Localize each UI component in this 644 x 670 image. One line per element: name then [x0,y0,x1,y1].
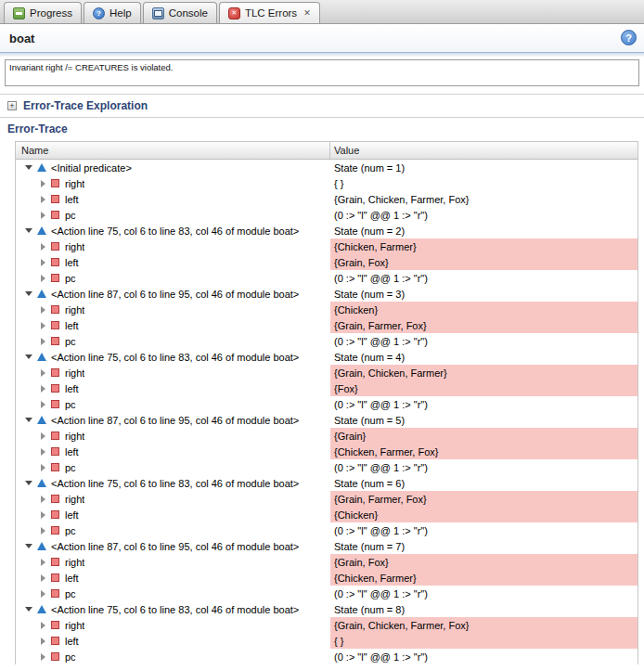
tab-progress[interactable]: Progress [4,2,82,23]
row-value: {Fox} [330,380,638,396]
expand-arrow-icon[interactable] [41,196,45,203]
expand-arrow-icon[interactable] [41,653,45,661]
name-cell: left [16,317,330,333]
collapse-arrow-icon[interactable] [25,165,32,170]
variable-icon [51,621,59,629]
expand-arrow-icon[interactable] [41,322,45,329]
variable-row[interactable]: right{Grain, Chicken, Farmer} [16,365,638,380]
row-name: right [65,367,84,379]
expand-arrow-icon[interactable] [41,559,45,566]
variable-row[interactable]: right{Grain, Fox} [16,554,638,570]
variable-row[interactable]: right{Grain, Farmer, Fox} [16,491,638,507]
name-cell: <Action line 75, col 6 to line 83, col 4… [16,475,330,491]
state-row[interactable]: <Action line 87, col 6 to line 95, col 4… [16,286,638,302]
expand-arrow-icon[interactable] [41,638,45,645]
collapse-arrow-icon[interactable] [25,354,32,359]
expand-arrow-icon[interactable] [41,464,45,471]
expand-arrow-icon[interactable] [41,212,45,219]
row-name: pc [65,399,76,410]
tab-tlc-errors[interactable]: TLC Errors✕ [219,2,320,23]
expand-arrow-icon[interactable] [41,432,45,440]
row-name: left [65,320,79,331]
row-value: State (num = 7) [330,538,638,554]
variable-row[interactable]: left{ } [16,633,638,649]
table-body: <Initial predicate>State (num = 1)right{… [16,160,638,664]
variable-row[interactable]: right{Chicken} [16,302,638,317]
variable-icon [51,368,59,377]
expand-arrow-icon[interactable] [41,369,45,377]
variable-row[interactable]: pc(0 :> "l" @@ 1 :> "r") [16,649,638,664]
state-row[interactable]: <Action line 87, col 6 to line 95, col 4… [16,412,638,428]
expand-arrow-icon[interactable] [41,511,45,519]
expand-toggle-icon[interactable]: + [7,101,17,110]
variable-row[interactable]: left{Chicken, Farmer, Fox} [16,444,638,459]
expand-arrow-icon[interactable] [41,180,45,187]
state-icon [37,353,46,361]
variable-row[interactable]: left{Fox} [16,380,638,396]
collapse-arrow-icon[interactable] [25,228,32,233]
expand-arrow-icon[interactable] [41,385,45,393]
page-title: boat [9,32,34,45]
variable-icon [51,589,59,598]
state-row[interactable]: <Action line 87, col 6 to line 95, col 4… [16,538,638,554]
row-name: <Action line 75, col 6 to line 83, col 4… [51,225,299,237]
variable-row[interactable]: pc(0 :> "l" @@ 1 :> "r") [16,270,638,286]
row-value: {Grain, Chicken, Farmer, Fox} [330,191,638,207]
expand-arrow-icon[interactable] [41,622,45,629]
tab-console[interactable]: Console [143,2,217,23]
tab-help[interactable]: Help [84,2,141,23]
expand-arrow-icon[interactable] [41,243,45,251]
collapse-arrow-icon[interactable] [25,481,32,485]
expand-arrow-icon[interactable] [41,275,45,282]
row-name: pc [65,462,76,473]
variable-row[interactable]: pc(0 :> "l" @@ 1 :> "r") [16,333,638,349]
variable-row[interactable]: left{Grain, Chicken, Farmer, Fox} [16,191,638,207]
column-header-value[interactable]: Value [330,142,638,159]
help-icon[interactable]: ? [621,30,637,45]
name-cell: right [16,554,330,570]
state-row[interactable]: <Initial predicate>State (num = 1) [16,160,638,175]
state-row[interactable]: <Action line 75, col 6 to line 83, col 4… [16,601,638,617]
collapse-arrow-icon[interactable] [25,607,32,612]
expand-arrow-icon[interactable] [41,259,45,266]
name-cell: left [16,444,330,459]
variable-row[interactable]: pc(0 :> "l" @@ 1 :> "r") [16,459,638,475]
expand-arrow-icon[interactable] [41,306,45,314]
expand-arrow-icon[interactable] [41,448,45,456]
row-value: (0 :> "l" @@ 1 :> "r") [330,396,638,412]
collapse-arrow-icon[interactable] [25,418,32,422]
variable-row[interactable]: right{Grain, Chicken, Farmer, Fox} [16,617,638,633]
state-row[interactable]: <Action line 75, col 6 to line 83, col 4… [16,349,638,365]
variable-row[interactable]: left{Grain, Farmer, Fox} [16,317,638,333]
close-icon[interactable]: ✕ [303,9,311,18]
state-row[interactable]: <Action line 75, col 6 to line 83, col 4… [16,223,638,238]
variable-row[interactable]: right{Grain} [16,428,638,444]
variable-row[interactable]: pc(0 :> "l" @@ 1 :> "r") [16,522,638,538]
variable-row[interactable]: right{Chicken, Farmer} [16,238,638,254]
collapse-arrow-icon[interactable] [25,544,32,548]
variable-row[interactable]: pc(0 :> "l" @@ 1 :> "r") [16,207,638,223]
collapse-arrow-icon[interactable] [25,291,32,296]
row-name: pc [65,651,76,663]
section-error-trace-exploration[interactable]: + Error-Trace Exploration [0,95,644,117]
variable-icon [51,432,59,440]
variable-row[interactable]: pc(0 :> "l" @@ 1 :> "r") [16,586,638,601]
row-name: pc [65,336,76,347]
name-cell: left [16,507,330,522]
state-row[interactable]: <Action line 75, col 6 to line 83, col 4… [16,475,638,491]
column-header-name[interactable]: Name [16,142,330,159]
variable-row[interactable]: left{Chicken, Farmer} [16,570,638,586]
variable-row[interactable]: left{Grain, Fox} [16,254,638,270]
row-value: (0 :> "l" @@ 1 :> "r") [330,459,638,475]
expand-arrow-icon[interactable] [41,496,45,503]
variable-row[interactable]: right{ } [16,175,638,191]
expand-arrow-icon[interactable] [41,338,45,345]
name-cell: pc [16,459,330,475]
expand-arrow-icon[interactable] [41,527,45,535]
expand-arrow-icon[interactable] [41,574,45,582]
expand-arrow-icon[interactable] [41,590,45,598]
expand-arrow-icon[interactable] [41,401,45,408]
variable-row[interactable]: pc(0 :> "l" @@ 1 :> "r") [16,396,638,412]
variable-row[interactable]: left{Chicken} [16,507,638,522]
row-name: <Action line 87, col 6 to line 95, col 4… [51,541,299,552]
